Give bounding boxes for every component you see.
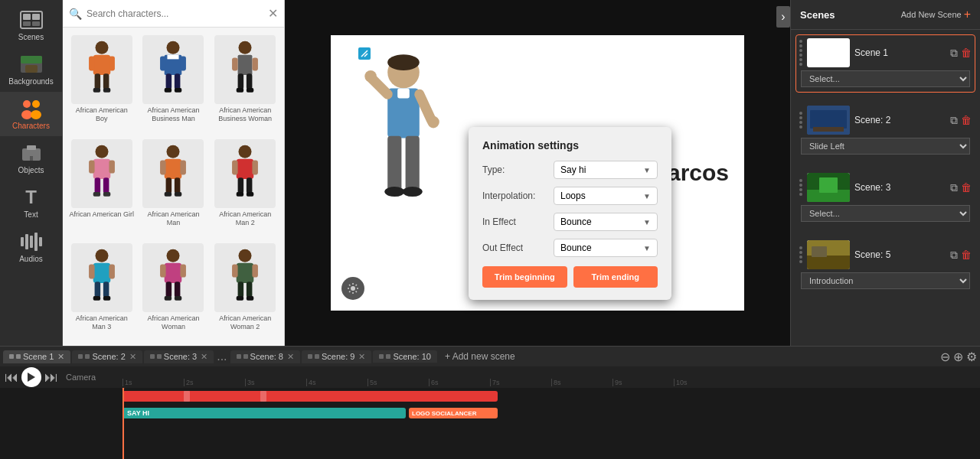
zoom-in-button[interactable]: ⊕ — [953, 350, 963, 364]
anim-in-select[interactable]: Bounce ▼ — [554, 213, 658, 231]
resize-handle[interactable] — [358, 47, 371, 60]
sidebar-item-characters[interactable]: Characters — [0, 92, 62, 136]
scene-2-delete-button[interactable]: 🗑 — [961, 114, 972, 127]
svg-rect-73 — [94, 282, 100, 298]
tab-3-close[interactable]: ✕ — [201, 352, 207, 362]
scene-item-1[interactable]: Scene 1 ⧉ 🗑 Select... — [795, 34, 975, 93]
scene-5-label: Scene: 5 — [854, 249, 946, 260]
panel-collapse-arrow[interactable]: › — [776, 6, 790, 28]
scene-5-copy-button[interactable]: ⧉ — [950, 249, 958, 262]
scene-2-copy-button[interactable]: ⧉ — [950, 114, 958, 127]
scene-item-2[interactable]: Scene: 2 ⧉ 🗑 Slide Left — [795, 102, 975, 160]
say-hi-bar[interactable]: SAY HI — [122, 408, 406, 418]
sidebar-item-text[interactable]: T Text — [0, 181, 62, 225]
anim-type-value: Say hi — [560, 164, 586, 175]
skip-forward-button[interactable]: ⏭ — [44, 369, 58, 386]
scene-1-delete-button[interactable]: 🗑 — [961, 47, 972, 60]
ruler-mark-9: 9s — [612, 379, 674, 386]
search-input[interactable] — [87, 8, 263, 19]
scene-5-actions: ⧉ 🗑 — [950, 249, 972, 262]
sidebar-label-scenes: Scenes — [18, 33, 44, 41]
svg-rect-51 — [93, 192, 100, 197]
char-item-1[interactable]: African American Business Man — [139, 32, 208, 133]
svg-rect-78 — [165, 263, 182, 283]
tab-1-close[interactable]: ✕ — [57, 352, 64, 362]
svg-rect-60 — [175, 192, 181, 197]
char-item-4[interactable]: African American Man — [139, 136, 208, 237]
scene-1-transition-select[interactable]: Select... — [801, 70, 970, 87]
anim-interp-select[interactable]: Loops ▼ — [554, 187, 658, 205]
scene-2-transition-select[interactable]: Slide Left — [801, 138, 970, 155]
svg-rect-52 — [103, 192, 110, 197]
scene-5-transition-select[interactable]: Introduction — [801, 272, 970, 289]
scene-3-copy-button[interactable]: ⧉ — [950, 181, 958, 194]
scene-1-copy-button[interactable]: ⧉ — [950, 47, 958, 60]
play-button[interactable] — [21, 367, 41, 387]
tab-8-close[interactable]: ✕ — [287, 352, 294, 362]
logo-bar[interactable]: LOGO SOCIALANCER — [409, 408, 498, 418]
scene-item-3[interactable]: Scene: 3 ⧉ 🗑 Select... — [795, 169, 975, 227]
sidebar-item-objects[interactable]: Objects — [0, 136, 62, 181]
char-item-0[interactable]: African American Boy — [67, 32, 136, 133]
tab-9-close[interactable]: ✕ — [358, 352, 365, 362]
anim-out-select[interactable]: Bounce ▼ — [554, 239, 658, 257]
scenes-icon — [19, 10, 44, 30]
char-name-2: African American Business Woman — [212, 106, 278, 123]
zoom-out-button[interactable]: ⊖ — [940, 350, 950, 364]
add-scene-tab-button[interactable]: + Add new scene — [439, 351, 521, 362]
svg-rect-39 — [232, 57, 238, 70]
anim-type-select[interactable]: Say hi ▼ — [554, 161, 658, 179]
svg-rect-63 — [232, 161, 238, 175]
scene-3-transition-select[interactable]: Select... — [801, 205, 970, 222]
svg-rect-23 — [109, 57, 115, 71]
svg-rect-38 — [238, 55, 253, 75]
scene-5-delete-button[interactable]: 🗑 — [961, 249, 972, 262]
sidebar-item-backgrounds[interactable]: Backgrounds — [0, 47, 62, 92]
char-item-2[interactable]: African American Business Woman — [211, 32, 279, 133]
svg-rect-15 — [21, 237, 24, 246]
tabs-overflow-dots: ... — [215, 350, 228, 363]
svg-rect-87 — [232, 265, 238, 278]
scene-5-row: Scene: 5 ⧉ 🗑 — [796, 237, 975, 272]
char-item-6[interactable]: African American Man 3 — [67, 240, 136, 341]
skip-back-button[interactable]: ⏮ — [5, 369, 18, 386]
ruler-mark-10: 10s — [674, 379, 735, 386]
svg-rect-24 — [94, 73, 100, 90]
timeline-tab-9[interactable]: Scene: 9 ✕ — [302, 350, 371, 363]
sidebar-item-scenes[interactable]: Scenes — [0, 3, 62, 47]
timeline-tab-10[interactable]: Scene: 10 — [373, 350, 437, 363]
svg-rect-101 — [406, 136, 420, 191]
timeline-tab-8[interactable]: Scene: 8 ✕ — [230, 350, 300, 363]
anim-in-row: In Effect Bounce ▼ — [482, 213, 658, 231]
svg-point-45 — [95, 145, 108, 158]
add-new-scene-button[interactable]: Add New Scene + — [901, 8, 971, 21]
svg-rect-107 — [810, 110, 847, 129]
ruler-mark-6: 6s — [429, 379, 490, 386]
canvas-character[interactable] — [361, 50, 453, 265]
trim-beginning-button[interactable]: Trim beginning — [482, 266, 567, 288]
svg-point-28 — [167, 41, 180, 54]
sidebar-item-audios[interactable]: Audios — [0, 225, 62, 269]
char-item-8[interactable]: African American Woman 2 — [211, 240, 279, 341]
svg-rect-48 — [109, 161, 115, 174]
tab-2-close[interactable]: ✕ — [129, 352, 136, 362]
settings-gear-button[interactable]: ⚙ — [966, 350, 977, 364]
settings-button[interactable] — [341, 277, 364, 300]
timeline-tab-3[interactable]: Scene: 3 ✕ — [144, 350, 214, 363]
trim-ending-button[interactable]: Trim ending — [573, 266, 658, 288]
timeline-tab-2[interactable]: Scene: 2 ✕ — [72, 350, 142, 363]
scene-2-thumb — [807, 106, 850, 135]
char-item-7[interactable]: African American Woman — [139, 240, 208, 341]
char-item-3[interactable]: African American Girl — [67, 136, 136, 237]
svg-rect-7 — [25, 65, 38, 73]
scene-1-row: Scene 1 ⧉ 🗑 — [796, 35, 975, 70]
svg-rect-17 — [30, 236, 33, 248]
ruler-mark-1: 1s — [122, 379, 184, 386]
timeline-tab-1[interactable]: Scene 1 ✕ — [3, 350, 70, 363]
camera-bar[interactable] — [122, 391, 498, 402]
char-item-5[interactable]: African American Man 2 — [211, 136, 279, 237]
scene-item-5[interactable]: Scene: 5 ⧉ 🗑 Introduction — [795, 236, 975, 295]
scene-3-delete-button[interactable]: 🗑 — [961, 181, 972, 194]
clear-icon[interactable]: ✕ — [268, 6, 278, 21]
scene-2-row: Scene: 2 ⧉ 🗑 — [796, 103, 975, 138]
